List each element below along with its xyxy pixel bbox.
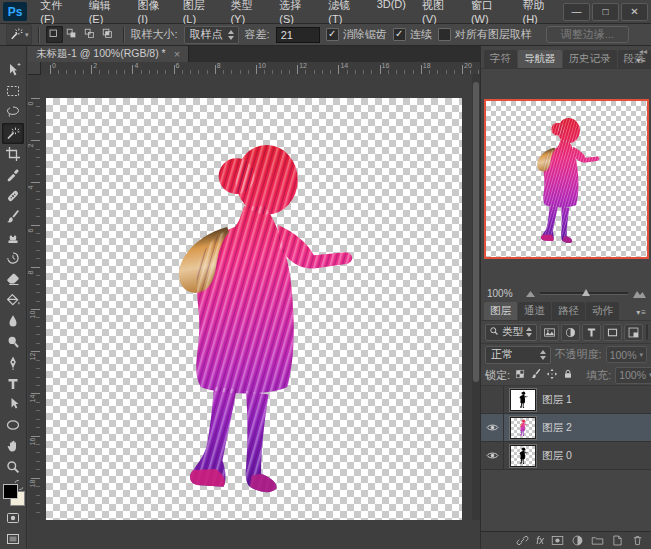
fill-field[interactable]: 100% ▾ <box>615 367 651 384</box>
sample-all-layers-label: 对所有图层取样 <box>455 27 532 42</box>
layer-style-icon[interactable]: fx <box>536 535 544 546</box>
lock-all-icon[interactable] <box>562 368 574 382</box>
layer-row[interactable]: 图层 0 <box>481 442 651 470</box>
adjustment-layer-icon[interactable] <box>571 534 584 547</box>
antialias-checkbox[interactable]: ✓ 消除锯齿 <box>326 27 387 42</box>
app-logo[interactable]: Ps <box>3 2 27 21</box>
new-layer-icon[interactable] <box>611 534 624 547</box>
tab-history[interactable]: 历史记录 <box>563 50 617 68</box>
layer-filter-toggle[interactable] <box>646 324 648 340</box>
brush-tool[interactable] <box>2 206 24 227</box>
add-to-selection-button[interactable] <box>64 26 81 43</box>
delete-layer-icon[interactable] <box>631 534 644 547</box>
visibility-toggle[interactable] <box>481 386 504 413</box>
paint-bucket-tool[interactable] <box>2 290 24 311</box>
minimize-button[interactable]: — <box>563 3 590 21</box>
type-tool[interactable] <box>2 373 24 394</box>
eraser-tool[interactable] <box>2 269 24 290</box>
navigator-zoom-value[interactable]: 100% <box>487 288 521 299</box>
sample-all-layers-checkbox[interactable]: 对所有图层取样 <box>438 27 532 42</box>
dodge-tool[interactable] <box>2 331 24 352</box>
vertical-scrollbar[interactable] <box>472 74 480 520</box>
panel-menu-icon[interactable]: ▾≡ <box>636 308 647 317</box>
tab-character[interactable]: 字符 <box>484 50 517 68</box>
intersect-selection-button[interactable] <box>100 26 117 43</box>
zoom-in-mountain-icon[interactable] <box>633 289 646 298</box>
tab-paths[interactable]: 路径 <box>552 302 585 320</box>
layer-name[interactable]: 图层 2 <box>542 421 572 435</box>
rectangular-marquee-tool[interactable] <box>2 81 24 102</box>
close-button[interactable]: ✕ <box>621 3 648 21</box>
panel-menu-icon[interactable]: ▾≡ <box>636 56 647 65</box>
document-tab[interactable]: 未标题-1 @ 100%(RGB/8) * × <box>28 46 189 62</box>
magic-wand-tool[interactable] <box>2 123 24 144</box>
scrollbar-thumb[interactable] <box>473 82 479 382</box>
tab-channels[interactable]: 通道 <box>518 302 551 320</box>
opacity-field[interactable]: 100% ▾ <box>606 346 647 363</box>
layer-mask-icon[interactable] <box>551 534 564 547</box>
zoom-tool[interactable] <box>2 457 24 478</box>
lasso-tool[interactable] <box>2 102 24 123</box>
blur-tool[interactable] <box>2 311 24 332</box>
path-selection-tool[interactable] <box>2 394 24 415</box>
sample-size-value: 取样点 <box>190 27 223 42</box>
crop-tool[interactable] <box>2 144 24 165</box>
layer-name[interactable]: 图层 0 <box>542 449 572 463</box>
type-filter-icon[interactable] <box>582 324 601 341</box>
ellipse-tool[interactable] <box>2 415 24 436</box>
maximize-button[interactable]: □ <box>592 3 619 21</box>
canvas-pasteboard[interactable] <box>40 74 480 520</box>
blend-mode-select[interactable]: 正常 <box>485 346 551 364</box>
history-brush-tool[interactable] <box>2 248 24 269</box>
subtract-from-selection-button[interactable] <box>82 26 99 43</box>
spot-healing-brush-tool[interactable] <box>2 185 24 206</box>
lock-position-icon[interactable] <box>546 368 558 382</box>
slider-thumb[interactable] <box>582 289 590 296</box>
zoom-out-mountain-icon[interactable] <box>526 290 535 297</box>
layer-filter-kind-select[interactable]: 类型 <box>485 324 537 341</box>
quick-mask-button[interactable] <box>2 507 24 528</box>
clone-stamp-tool[interactable] <box>2 227 24 248</box>
eyedropper-tool[interactable] <box>2 164 24 185</box>
smart-object-filter-icon[interactable] <box>624 324 643 341</box>
navigator-proxy-view[interactable] <box>484 99 649 259</box>
shape-filter-icon[interactable] <box>603 324 622 341</box>
ruler-label: 6 <box>176 62 180 69</box>
ruler-label: 4 <box>134 62 138 69</box>
layer-name[interactable]: 图层 1 <box>542 393 572 407</box>
visibility-toggle[interactable] <box>481 442 504 469</box>
dock-collapse-icon[interactable]: ◂◂ <box>639 47 647 56</box>
layer-thumbnail[interactable] <box>510 445 536 467</box>
pixel-filter-icon[interactable] <box>540 324 559 341</box>
pen-tool[interactable] <box>2 352 24 373</box>
adjustment-filter-icon[interactable] <box>561 324 580 341</box>
tool-preset-picker[interactable]: ▾ <box>6 24 32 45</box>
link-layers-icon[interactable] <box>516 534 529 547</box>
layer-thumbnail[interactable] <box>510 389 536 411</box>
sample-size-select[interactable]: 取样点 <box>184 26 239 44</box>
layer-thumbnail[interactable] <box>510 417 536 439</box>
tab-actions[interactable]: 动作 <box>586 302 619 320</box>
tab-navigator[interactable]: 导航器 <box>518 50 562 68</box>
tab-layers[interactable]: 图层 <box>484 302 517 320</box>
screen-mode-button[interactable] <box>2 528 24 549</box>
navigator-zoom-slider[interactable] <box>540 288 628 298</box>
new-selection-button[interactable] <box>46 26 63 43</box>
foreground-color-swatch[interactable] <box>3 484 18 499</box>
contiguous-checkbox[interactable]: ✓ 连续 <box>393 27 432 42</box>
lock-paint-icon[interactable] <box>530 368 542 382</box>
refine-edge-button[interactable]: 调整边缘... <box>546 26 629 43</box>
ruler-label: 10 <box>258 62 266 69</box>
ruler-label: 14 <box>340 62 348 69</box>
canvas-artboard[interactable] <box>46 98 462 520</box>
move-tool[interactable] <box>2 60 24 81</box>
layer-row[interactable]: 图层 2 <box>481 414 651 442</box>
document-tab-close-icon[interactable]: × <box>174 48 180 60</box>
visibility-toggle[interactable] <box>481 414 504 441</box>
tolerance-input[interactable] <box>276 27 320 43</box>
hand-tool[interactable] <box>2 436 24 457</box>
lock-transparency-icon[interactable] <box>514 368 526 382</box>
layer-group-icon[interactable] <box>591 534 604 547</box>
ruler-label: 0 <box>52 62 56 69</box>
layer-row[interactable]: 图层 1 <box>481 386 651 414</box>
